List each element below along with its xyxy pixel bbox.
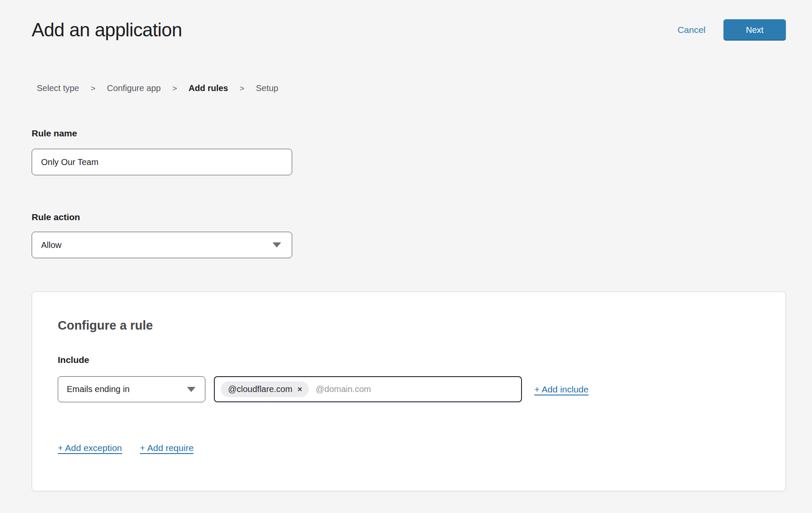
step-separator: > <box>172 84 177 93</box>
chip-label: @cloudflare.com <box>228 384 292 394</box>
include-selector-select[interactable]: Emails ending in <box>58 376 205 402</box>
add-exception-link[interactable]: + Add exception <box>58 443 122 453</box>
add-require-link[interactable]: + Add require <box>140 443 194 453</box>
step-separator: > <box>91 84 95 93</box>
configure-rule-card: Configure a rule Include Emails ending i… <box>32 292 786 491</box>
rule-action-select[interactable]: Allow <box>32 232 292 258</box>
chip-remove-icon[interactable]: ✕ <box>297 386 302 392</box>
header-actions: Cancel Next <box>678 19 786 41</box>
include-row: Emails ending in @cloudflare.com ✕ + Add… <box>58 376 760 402</box>
rule-name-label: Rule name <box>32 128 786 139</box>
rule-name-input[interactable] <box>32 149 292 175</box>
chevron-down-icon <box>187 387 196 392</box>
wizard-steps: Select type > Configure app > Add rules … <box>37 83 786 93</box>
add-include-link[interactable]: + Add include <box>534 384 589 395</box>
rule-action-label: Rule action <box>32 212 786 222</box>
rule-action-value: Allow <box>41 240 62 250</box>
page-header: Add an application Cancel Next <box>32 19 786 41</box>
add-application-page: Add an application Cancel Next Select ty… <box>0 0 812 491</box>
rule-card-title: Configure a rule <box>58 318 760 333</box>
email-domains-input[interactable]: @cloudflare.com ✕ <box>214 376 522 402</box>
next-button[interactable]: Next <box>723 19 786 41</box>
include-label: Include <box>58 355 760 365</box>
page-title: Add an application <box>32 19 182 41</box>
cancel-button[interactable]: Cancel <box>678 25 705 35</box>
email-domain-chip: @cloudflare.com ✕ <box>221 381 309 397</box>
step-setup[interactable]: Setup <box>256 83 278 93</box>
include-selector-value: Emails ending in <box>67 384 130 394</box>
rule-links-row: + Add exception + Add require <box>58 443 760 453</box>
step-select-type[interactable]: Select type <box>37 83 79 93</box>
email-domain-text-input[interactable] <box>316 384 515 394</box>
chevron-down-icon <box>273 242 281 248</box>
step-configure-app[interactable]: Configure app <box>107 83 161 93</box>
step-add-rules[interactable]: Add rules <box>189 83 228 93</box>
step-separator: > <box>240 84 244 93</box>
